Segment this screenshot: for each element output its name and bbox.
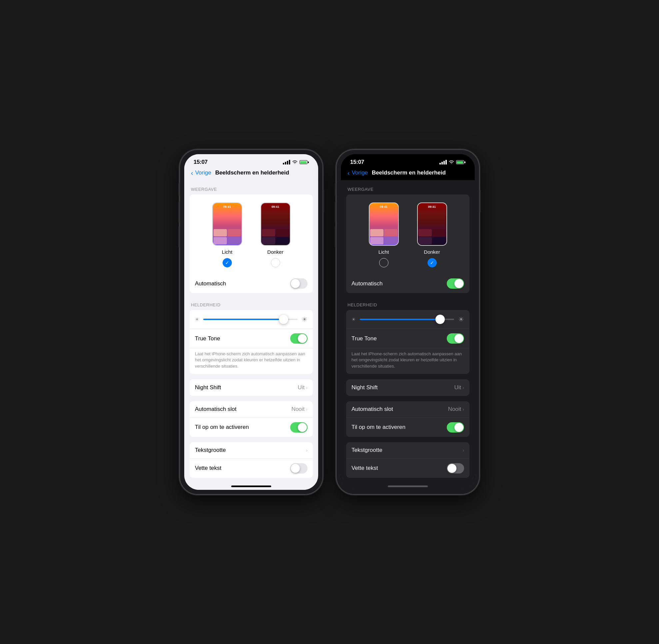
vette-tekst-row[interactable]: Vette tekst xyxy=(190,459,313,478)
preview-light: 09:41 xyxy=(212,203,242,246)
brightness-track[interactable] xyxy=(360,319,454,320)
automatisch-label: Automatisch xyxy=(195,280,226,287)
tekstgrootte-row[interactable]: Tekstgrootte › xyxy=(346,442,469,459)
automatisch-slot-label: Automatisch slot xyxy=(195,406,237,413)
page-title: Beeldscherm en helderheid xyxy=(215,169,289,176)
back-button[interactable]: ‹Vorige xyxy=(348,169,368,176)
night-shift-row[interactable]: Night Shift Uit › xyxy=(190,379,313,396)
chevron-right-icon: › xyxy=(462,447,464,453)
til-op-toggle[interactable] xyxy=(447,422,464,433)
display-mode-donker[interactable]: 09:41Donker✓ xyxy=(417,203,447,268)
vette-tekst-row[interactable]: Vette tekst xyxy=(346,459,469,478)
preview-time: 09:41 xyxy=(370,205,398,208)
automatisch-slot-label: Automatisch slot xyxy=(351,406,393,413)
automatisch-toggle[interactable] xyxy=(447,278,464,289)
back-label: Vorige xyxy=(195,169,211,176)
vette-tekst-toggle[interactable] xyxy=(290,463,308,474)
mode-radio[interactable] xyxy=(379,258,389,268)
back-chevron-icon: ‹ xyxy=(348,169,350,176)
true-tone-label: True Tone xyxy=(195,335,220,342)
chevron-right-icon: › xyxy=(462,407,464,412)
vette-tekst-toggle[interactable] xyxy=(447,463,464,474)
check-icon: ✓ xyxy=(225,260,229,266)
back-button[interactable]: ‹Vorige xyxy=(191,169,211,176)
nav-bar: ‹VorigeBeeldscherm en helderheid xyxy=(184,167,318,180)
mode-label: Licht xyxy=(378,249,389,255)
sun-low-icon: ☀ xyxy=(351,317,356,322)
tekstgrootte-label: Tekstgrootte xyxy=(351,447,382,454)
true-tone-description: Laat het iPhone-scherm zich automatisch … xyxy=(190,348,313,374)
tekstgrootte-value: › xyxy=(462,447,464,453)
true-tone-toggle[interactable] xyxy=(290,333,308,344)
mode-radio[interactable]: ✓ xyxy=(223,258,232,268)
status-icons xyxy=(439,160,465,164)
vette-tekst-label: Vette tekst xyxy=(195,465,221,472)
section-header-weergave: WEERGAVE xyxy=(184,180,318,194)
mode-radio[interactable] xyxy=(271,258,280,268)
tekstgrootte-row[interactable]: Tekstgrootte › xyxy=(190,442,313,459)
section-header-helderheid: HELDERHEID xyxy=(184,296,318,310)
display-mode-licht[interactable]: 09:41Licht✓ xyxy=(212,203,242,268)
vette-tekst-label: Vette tekst xyxy=(351,465,378,472)
automatisch-toggle[interactable] xyxy=(290,278,308,289)
home-indicator xyxy=(184,481,318,490)
preview-time: 09:41 xyxy=(418,205,446,208)
chevron-right-icon: › xyxy=(462,385,464,390)
night-shift-label: Night Shift xyxy=(351,384,377,391)
mode-label: Licht xyxy=(222,249,233,255)
wifi-icon xyxy=(292,160,298,164)
true-tone-label: True Tone xyxy=(351,335,377,342)
section-header-helderheid: HELDERHEID xyxy=(341,296,475,310)
automatisch-slot-row[interactable]: Automatisch slot Nooit › xyxy=(190,401,313,418)
til-op-row[interactable]: Til op om te activeren xyxy=(346,418,469,437)
brightness-thumb[interactable] xyxy=(279,315,288,324)
preview-light: 09:41 xyxy=(369,203,399,246)
tekstgrootte-label: Tekstgrootte xyxy=(195,447,226,454)
brightness-slider-row[interactable]: ☀☀ xyxy=(190,310,313,329)
sun-low-icon: ☀ xyxy=(195,317,199,322)
battery-icon xyxy=(300,160,309,164)
til-op-label: Til op om te activeren xyxy=(351,424,405,431)
weergave-card: 09:41Licht09:41Donker✓Automatisch xyxy=(346,194,469,293)
battery-icon xyxy=(456,160,465,164)
automatisch-slot-row[interactable]: Automatisch slot Nooit › xyxy=(346,401,469,418)
back-label: Vorige xyxy=(352,169,368,176)
mode-radio[interactable]: ✓ xyxy=(427,258,437,268)
true-tone-description: Laat het iPhone-scherm zich automatisch … xyxy=(346,348,469,374)
phone-screen: 15:07 ‹VorigeBeeldscherm en helderheidWE… xyxy=(341,154,475,490)
back-chevron-icon: ‹ xyxy=(191,169,193,176)
home-indicator xyxy=(341,481,475,490)
true-tone-row[interactable]: True Tone xyxy=(190,329,313,348)
til-op-row[interactable]: Til op om te activeren xyxy=(190,418,313,437)
brightness-track[interactable] xyxy=(203,319,298,320)
tekstgrootte-value: › xyxy=(306,447,308,453)
preview-dark: 09:41 xyxy=(417,203,447,246)
automatisch-slot-value: Nooit › xyxy=(291,406,308,413)
night-shift-row[interactable]: Night Shift Uit › xyxy=(346,379,469,396)
nav-bar: ‹VorigeBeeldscherm en helderheid xyxy=(341,167,475,180)
status-bar: 15:07 xyxy=(184,154,318,167)
brightness-thumb[interactable] xyxy=(436,315,445,324)
true-tone-row[interactable]: True Tone xyxy=(346,329,469,348)
night-shift-value: Uit › xyxy=(298,384,308,391)
til-op-label: Til op om te activeren xyxy=(195,424,249,431)
status-icons xyxy=(283,160,309,164)
status-bar: 15:07 xyxy=(341,154,475,167)
section-header-weergave: WEERGAVE xyxy=(341,180,475,194)
chevron-right-icon: › xyxy=(306,385,308,390)
display-modes: 09:41Licht09:41Donker✓ xyxy=(346,194,469,274)
display-mode-donker[interactable]: 09:41Donker xyxy=(261,203,290,268)
night-shift-label: Night Shift xyxy=(195,384,221,391)
night-shift-value: Uit › xyxy=(455,384,464,391)
automatisch-row[interactable]: Automatisch xyxy=(346,274,469,293)
til-op-toggle[interactable] xyxy=(290,422,308,433)
display-mode-licht[interactable]: 09:41Licht xyxy=(369,203,399,268)
page-title: Beeldscherm en helderheid xyxy=(372,169,446,176)
brightness-slider-row[interactable]: ☀☀ xyxy=(346,310,469,329)
preview-time: 09:41 xyxy=(261,205,290,208)
display-modes: 09:41Licht✓09:41Donker xyxy=(190,194,313,274)
sun-high-icon: ☀ xyxy=(302,315,308,323)
true-tone-toggle[interactable] xyxy=(447,333,464,344)
automatisch-row[interactable]: Automatisch xyxy=(190,274,313,293)
phone-light: 15:07 ‹VorigeBeeldscherm en helderheidWE… xyxy=(180,150,323,495)
